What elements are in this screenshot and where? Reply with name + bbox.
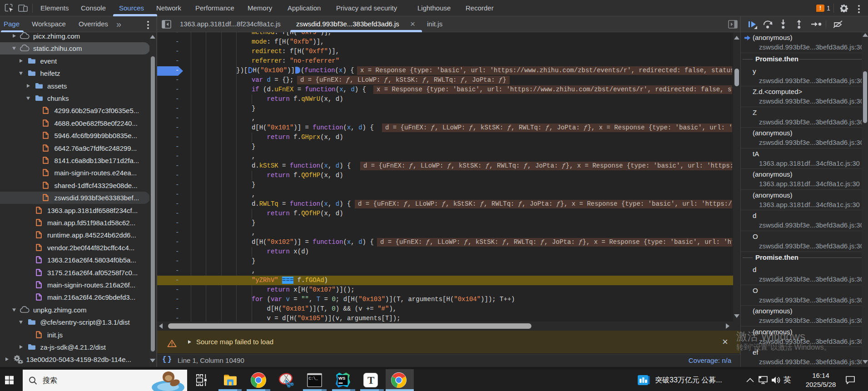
svg-text:WS: WS — [338, 376, 345, 381]
svg-text:C:\_: C:\_ — [309, 376, 318, 381]
svg-text:T: T — [367, 375, 374, 386]
